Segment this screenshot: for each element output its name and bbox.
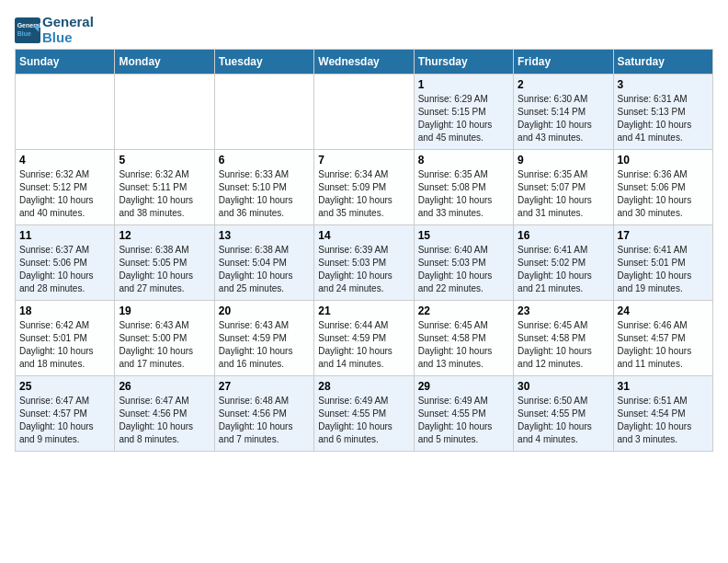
day-number: 12 <box>119 229 210 242</box>
calendar-cell: 1Sunrise: 6:29 AMSunset: 5:15 PMDaylight… <box>414 75 513 150</box>
day-number: 13 <box>219 229 310 242</box>
day-detail: Sunrise: 6:35 AMSunset: 5:08 PMDaylight:… <box>418 168 509 220</box>
calendar-cell: 21Sunrise: 6:44 AMSunset: 4:59 PMDayligh… <box>314 301 414 376</box>
day-detail: Sunrise: 6:37 AMSunset: 5:06 PMDaylight:… <box>19 244 110 295</box>
day-number: 31 <box>618 380 709 393</box>
calendar-cell: 30Sunrise: 6:50 AMSunset: 4:55 PMDayligh… <box>514 376 613 452</box>
day-detail: Sunrise: 6:38 AMSunset: 5:05 PMDaylight:… <box>119 244 210 295</box>
day-detail: Sunrise: 6:49 AMSunset: 4:55 PMDaylight:… <box>418 395 509 446</box>
day-number: 10 <box>618 154 709 167</box>
day-number: 14 <box>318 229 409 242</box>
calendar-cell: 24Sunrise: 6:46 AMSunset: 4:57 PMDayligh… <box>613 301 712 376</box>
logo: General Blue General Blue <box>15 15 94 45</box>
calendar-cell: 3Sunrise: 6:31 AMSunset: 5:13 PMDaylight… <box>613 75 712 150</box>
calendar-cell <box>16 75 115 150</box>
calendar-cell: 15Sunrise: 6:40 AMSunset: 5:03 PMDayligh… <box>414 225 513 301</box>
day-number: 8 <box>418 154 509 167</box>
calendar-cell: 26Sunrise: 6:47 AMSunset: 4:56 PMDayligh… <box>115 376 214 452</box>
calendar-cell: 25Sunrise: 6:47 AMSunset: 4:57 PMDayligh… <box>16 376 115 452</box>
day-detail: Sunrise: 6:31 AMSunset: 5:13 PMDaylight:… <box>618 93 709 144</box>
col-header-thursday: Thursday <box>414 50 513 75</box>
calendar-cell: 31Sunrise: 6:51 AMSunset: 4:54 PMDayligh… <box>613 376 712 452</box>
calendar-cell: 11Sunrise: 6:37 AMSunset: 5:06 PMDayligh… <box>16 225 115 301</box>
day-number: 6 <box>219 154 310 167</box>
logo-text: General Blue <box>42 15 94 45</box>
day-detail: Sunrise: 6:42 AMSunset: 5:01 PMDaylight:… <box>19 319 110 371</box>
calendar-cell: 19Sunrise: 6:43 AMSunset: 5:00 PMDayligh… <box>115 301 214 376</box>
svg-text:Blue: Blue <box>17 30 31 37</box>
calendar-cell: 7Sunrise: 6:34 AMSunset: 5:09 PMDaylight… <box>314 150 414 225</box>
day-detail: Sunrise: 6:38 AMSunset: 5:04 PMDaylight:… <box>219 244 310 295</box>
col-header-friday: Friday <box>514 50 613 75</box>
day-number: 4 <box>19 154 110 167</box>
day-detail: Sunrise: 6:46 AMSunset: 4:57 PMDaylight:… <box>618 319 709 371</box>
day-number: 23 <box>518 304 609 317</box>
day-number: 24 <box>618 304 709 317</box>
calendar-cell: 20Sunrise: 6:43 AMSunset: 4:59 PMDayligh… <box>214 301 313 376</box>
day-detail: Sunrise: 6:30 AMSunset: 5:14 PMDaylight:… <box>518 93 609 144</box>
day-number: 3 <box>618 78 709 91</box>
calendar-cell: 4Sunrise: 6:32 AMSunset: 5:12 PMDaylight… <box>16 150 115 225</box>
calendar-cell: 18Sunrise: 6:42 AMSunset: 5:01 PMDayligh… <box>16 301 115 376</box>
day-number: 11 <box>19 229 110 242</box>
day-number: 26 <box>119 380 210 393</box>
day-number: 16 <box>518 229 609 242</box>
day-detail: Sunrise: 6:34 AMSunset: 5:09 PMDaylight:… <box>318 168 409 220</box>
day-number: 20 <box>219 304 310 317</box>
calendar-cell <box>214 75 313 150</box>
day-number: 7 <box>318 154 409 167</box>
header: General Blue General Blue <box>15 15 713 45</box>
day-number: 2 <box>518 78 609 91</box>
col-header-wednesday: Wednesday <box>314 50 414 75</box>
calendar-cell: 5Sunrise: 6:32 AMSunset: 5:11 PMDaylight… <box>115 150 214 225</box>
calendar-cell: 6Sunrise: 6:33 AMSunset: 5:10 PMDaylight… <box>214 150 313 225</box>
calendar-cell: 10Sunrise: 6:36 AMSunset: 5:06 PMDayligh… <box>613 150 712 225</box>
col-header-monday: Monday <box>115 50 214 75</box>
day-detail: Sunrise: 6:39 AMSunset: 5:03 PMDaylight:… <box>318 244 409 295</box>
day-detail: Sunrise: 6:32 AMSunset: 5:11 PMDaylight:… <box>119 168 210 220</box>
day-number: 18 <box>19 304 110 317</box>
day-detail: Sunrise: 6:45 AMSunset: 4:58 PMDaylight:… <box>518 319 609 371</box>
day-detail: Sunrise: 6:35 AMSunset: 5:07 PMDaylight:… <box>518 168 609 220</box>
day-number: 15 <box>418 229 509 242</box>
col-header-saturday: Saturday <box>613 50 712 75</box>
day-number: 30 <box>518 380 609 393</box>
col-header-tuesday: Tuesday <box>214 50 313 75</box>
day-detail: Sunrise: 6:41 AMSunset: 5:02 PMDaylight:… <box>518 244 609 295</box>
day-number: 22 <box>418 304 509 317</box>
day-detail: Sunrise: 6:29 AMSunset: 5:15 PMDaylight:… <box>418 93 509 144</box>
col-header-sunday: Sunday <box>16 50 115 75</box>
calendar-cell: 22Sunrise: 6:45 AMSunset: 4:58 PMDayligh… <box>414 301 513 376</box>
calendar-cell: 23Sunrise: 6:45 AMSunset: 4:58 PMDayligh… <box>514 301 613 376</box>
day-detail: Sunrise: 6:43 AMSunset: 5:00 PMDaylight:… <box>119 319 210 371</box>
calendar-cell <box>115 75 214 150</box>
day-detail: Sunrise: 6:47 AMSunset: 4:57 PMDaylight:… <box>19 395 110 446</box>
logo-icon: General Blue <box>15 17 40 43</box>
day-number: 5 <box>119 154 210 167</box>
calendar-cell: 8Sunrise: 6:35 AMSunset: 5:08 PMDaylight… <box>414 150 513 225</box>
day-detail: Sunrise: 6:50 AMSunset: 4:55 PMDaylight:… <box>518 395 609 446</box>
calendar-table: SundayMondayTuesdayWednesdayThursdayFrid… <box>15 49 713 452</box>
day-detail: Sunrise: 6:36 AMSunset: 5:06 PMDaylight:… <box>618 168 709 220</box>
day-number: 25 <box>19 380 110 393</box>
day-detail: Sunrise: 6:32 AMSunset: 5:12 PMDaylight:… <box>19 168 110 220</box>
calendar-cell: 12Sunrise: 6:38 AMSunset: 5:05 PMDayligh… <box>115 225 214 301</box>
day-detail: Sunrise: 6:51 AMSunset: 4:54 PMDaylight:… <box>618 395 709 446</box>
day-number: 1 <box>418 78 509 91</box>
calendar-cell: 16Sunrise: 6:41 AMSunset: 5:02 PMDayligh… <box>514 225 613 301</box>
day-detail: Sunrise: 6:40 AMSunset: 5:03 PMDaylight:… <box>418 244 509 295</box>
calendar-cell: 27Sunrise: 6:48 AMSunset: 4:56 PMDayligh… <box>214 376 313 452</box>
day-number: 27 <box>219 380 310 393</box>
day-detail: Sunrise: 6:49 AMSunset: 4:55 PMDaylight:… <box>318 395 409 446</box>
day-number: 29 <box>418 380 509 393</box>
day-number: 9 <box>518 154 609 167</box>
calendar-cell: 29Sunrise: 6:49 AMSunset: 4:55 PMDayligh… <box>414 376 513 452</box>
day-detail: Sunrise: 6:43 AMSunset: 4:59 PMDaylight:… <box>219 319 310 371</box>
calendar-cell: 17Sunrise: 6:41 AMSunset: 5:01 PMDayligh… <box>613 225 712 301</box>
day-number: 21 <box>318 304 409 317</box>
day-detail: Sunrise: 6:44 AMSunset: 4:59 PMDaylight:… <box>318 319 409 371</box>
day-detail: Sunrise: 6:33 AMSunset: 5:10 PMDaylight:… <box>219 168 310 220</box>
day-number: 28 <box>318 380 409 393</box>
calendar-cell <box>314 75 414 150</box>
calendar-cell: 28Sunrise: 6:49 AMSunset: 4:55 PMDayligh… <box>314 376 414 452</box>
